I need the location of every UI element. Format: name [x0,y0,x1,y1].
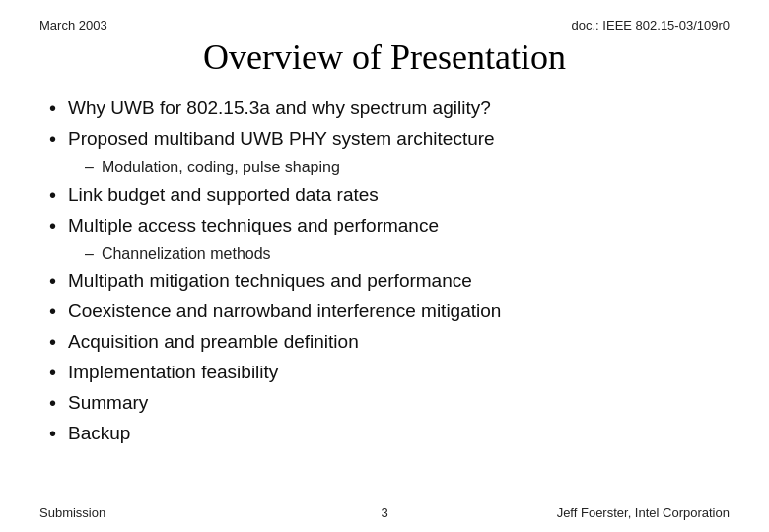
bullet-marker: • [49,268,56,295]
bullet-text: Why UWB for 802.15.3a and why spectrum a… [68,96,491,121]
bullet-marker: • [49,390,56,417]
footer-author: Jeff Foerster, Intel Corporation [500,505,730,520]
list-item: •Proposed multiband UWB PHY system archi… [49,126,730,153]
bullet-marker: • [49,182,56,209]
list-item: •Summary [49,390,730,417]
header-doc: doc.: IEEE 802.15-03/109r0 [572,18,730,33]
bullet-marker: • [49,213,56,239]
bullet-marker: • [49,126,56,153]
list-item: •Coexistence and narrowband interference… [49,299,730,325]
dash-marker: – [85,157,94,178]
bullet-marker: • [49,299,56,325]
list-item: •Why UWB for 802.15.3a and why spectrum … [49,96,730,122]
slide-header: March 2003 doc.: IEEE 802.15-03/109r0 [39,18,730,33]
bullet-marker: • [49,96,56,122]
list-item: •Backup [49,421,730,447]
footer-submission: Submission [39,505,269,520]
slide-content: •Why UWB for 802.15.3a and why spectrum … [39,96,730,493]
bullet-text: Coexistence and narrowband interference … [68,299,501,324]
list-item: •Implementation feasibility [49,360,730,386]
bullet-text: Proposed multiband UWB PHY system archit… [68,126,495,152]
slide: March 2003 doc.: IEEE 802.15-03/109r0 Ov… [0,0,769,532]
slide-footer: Submission 3 Jeff Foerster, Intel Corpor… [39,499,730,520]
bullet-text: Backup [68,421,130,446]
bullet-marker: • [49,421,56,447]
sub-item: –Modulation, coding, pulse shaping [85,157,730,178]
footer-page: 3 [269,505,499,520]
bullet-text: Summary [68,390,148,416]
bullet-text: Multipath mitigation techniques and perf… [68,268,472,294]
bullet-text: Link budget and supported data rates [68,182,379,208]
bullet-marker: • [49,329,56,356]
list-item: •Multiple access techniques and performa… [49,213,730,239]
bullet-marker: • [49,360,56,386]
list-item: •Acquisition and preamble definition [49,329,730,356]
bullet-text: Acquisition and preamble definition [68,329,359,355]
bullet-text: Implementation feasibility [68,360,278,385]
slide-title: Overview of Presentation [39,36,730,78]
dash-marker: – [85,243,94,265]
list-item: •Multipath mitigation techniques and per… [49,268,730,295]
bullet-text: Multiple access techniques and performan… [68,213,439,238]
list-item: •Link budget and supported data rates [49,182,730,209]
sub-item-text: Modulation, coding, pulse shaping [102,157,340,178]
sub-item-text: Channelization methods [102,243,271,265]
header-date: March 2003 [39,18,107,33]
sub-item: –Channelization methods [85,243,730,265]
